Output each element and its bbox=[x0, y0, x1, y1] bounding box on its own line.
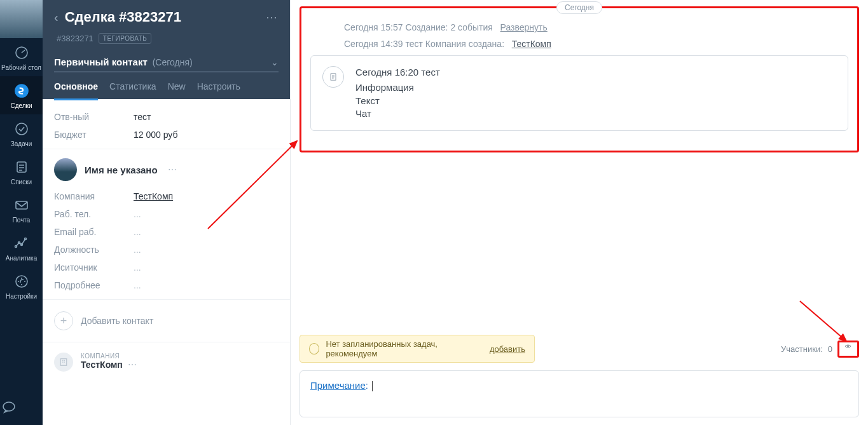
tag-button[interactable]: ТЕГИРОВАТЬ bbox=[99, 33, 152, 44]
field-position: Должность ... bbox=[54, 241, 279, 259]
company-badge-label: КОМПАНИЯ bbox=[81, 353, 138, 360]
nav-mail[interactable]: Почта bbox=[0, 191, 43, 229]
text-caret bbox=[372, 381, 373, 391]
nav-rail: Рабочий стол Сделки Задачи Списки Почта … bbox=[0, 0, 43, 425]
tab-configure[interactable]: Настроить bbox=[197, 81, 240, 99]
nav-label: Задачи bbox=[11, 140, 32, 147]
svg-rect-11 bbox=[60, 359, 66, 366]
note-body: Сегодня 16:20 тест Информация Текст Чат bbox=[355, 66, 440, 120]
add-task-link[interactable]: добавить bbox=[490, 344, 525, 354]
feed-event-create: Сегодня 15:57 Создание: 2 события Развер… bbox=[344, 22, 850, 32]
clock-icon bbox=[309, 343, 319, 354]
chat-icon bbox=[0, 398, 18, 416]
eye-icon[interactable] bbox=[837, 341, 859, 358]
nav-deals[interactable]: Сделки bbox=[0, 76, 43, 114]
note-icon bbox=[322, 66, 344, 88]
stage-selector[interactable]: Первичный контакт (Сегодня) ⌄ bbox=[54, 57, 279, 72]
deals-icon bbox=[13, 82, 31, 100]
nav-label: Сделки bbox=[10, 102, 32, 109]
no-tasks-banner: Нет запланированных задач, рекомендуем д… bbox=[300, 335, 535, 363]
deal-title: Сделка #3823271 bbox=[65, 9, 259, 25]
feed-event-company: Сегодня 14:39 тест Компания создана: Тес… bbox=[344, 39, 850, 49]
stage-sub: (Сегодня) bbox=[153, 57, 193, 67]
dashboard-icon bbox=[13, 44, 31, 62]
contact-name[interactable]: Имя не указано bbox=[85, 165, 158, 175]
nav-analytics[interactable]: Аналитика bbox=[0, 229, 43, 267]
nav-dashboard[interactable]: Рабочий стол bbox=[0, 38, 43, 76]
field-phone: Раб. тел. ... bbox=[54, 205, 279, 223]
activity-feed: Сегодня Сегодня 15:57 Создание: 2 событи… bbox=[291, 0, 868, 425]
chevron-down-icon: ⌄ bbox=[271, 57, 279, 67]
nav-lists[interactable]: Списки bbox=[0, 152, 43, 191]
nav-settings[interactable]: Настройки bbox=[0, 267, 43, 305]
participants: Участники: 0 bbox=[781, 341, 859, 358]
company-block: КОМПАНИЯ ТестКомп ⋯ bbox=[43, 342, 290, 373]
contact-block: Имя не указано ⋯ Компания ТестКомп Раб. … bbox=[43, 149, 290, 300]
back-chevron-icon[interactable]: ‹ bbox=[54, 10, 59, 25]
deal-fields: Отв-ный тест Бюджет 12 000 руб bbox=[43, 99, 290, 149]
lists-icon bbox=[13, 158, 31, 176]
expand-link[interactable]: Развернуть bbox=[500, 22, 548, 32]
svg-point-9 bbox=[16, 276, 27, 287]
field-responsible: Отв-ный тест bbox=[54, 108, 279, 126]
deal-id: #3823271 bbox=[57, 34, 93, 43]
svg-rect-4 bbox=[16, 201, 27, 209]
company-name[interactable]: ТестКомп bbox=[81, 360, 123, 370]
nav-tasks[interactable]: Задачи bbox=[0, 114, 43, 152]
nav-label: Настройки bbox=[6, 293, 37, 300]
nav-label: Рабочий стол bbox=[1, 64, 41, 71]
tab-new[interactable]: New bbox=[168, 81, 186, 99]
day-pill: Сегодня bbox=[556, 1, 602, 14]
field-more: Подробнее ... bbox=[54, 276, 279, 294]
deal-panel: ‹ Сделка #3823271 ⋯ #3823271 ТЕГИРОВАТЬ … bbox=[43, 0, 291, 425]
stage-label: Первичный контакт bbox=[54, 57, 148, 67]
contact-more-icon[interactable]: ⋯ bbox=[168, 165, 178, 175]
tab-stats[interactable]: Статистика bbox=[109, 81, 156, 99]
plus-icon: + bbox=[54, 311, 73, 330]
deal-header: ‹ Сделка #3823271 ⋯ #3823271 ТЕГИРОВАТЬ … bbox=[43, 0, 290, 99]
field-source: Иситочник ... bbox=[54, 259, 279, 276]
svg-point-15 bbox=[847, 345, 848, 346]
analytics-icon bbox=[13, 234, 31, 252]
tasks-icon bbox=[13, 120, 31, 138]
note-editor-label[interactable]: Примечание bbox=[310, 380, 366, 391]
note-editor[interactable]: Примечание: bbox=[300, 370, 859, 417]
add-contact-button[interactable]: + Добавить контакт bbox=[43, 300, 290, 342]
svg-point-2 bbox=[16, 123, 27, 135]
nav-label: Списки bbox=[11, 179, 32, 186]
company-link[interactable]: ТестКомп bbox=[512, 39, 551, 49]
deal-more-icon[interactable]: ⋯ bbox=[266, 10, 279, 24]
avatar bbox=[54, 158, 77, 181]
field-company: Компания ТестКомп bbox=[54, 187, 279, 205]
nav-label: Аналитика bbox=[6, 255, 38, 262]
mail-icon bbox=[13, 196, 31, 214]
field-email: Email раб. ... bbox=[54, 223, 279, 241]
feed-note-card[interactable]: Сегодня 16:20 тест Информация Текст Чат bbox=[310, 55, 848, 131]
company-more-icon[interactable]: ⋯ bbox=[128, 360, 138, 370]
annotation-highlight-feed: Сегодня Сегодня 15:57 Создание: 2 событи… bbox=[300, 6, 859, 152]
tab-main[interactable]: Основное bbox=[54, 81, 98, 99]
deal-tabs: Основное Статистика New Настроить bbox=[54, 81, 279, 99]
workspace-hero-image bbox=[0, 0, 43, 38]
company-icon bbox=[54, 353, 73, 372]
nav-chat[interactable] bbox=[0, 389, 43, 425]
nav-label: Почта bbox=[13, 217, 31, 224]
settings-icon bbox=[13, 273, 31, 290]
field-budget: Бюджет 12 000 руб bbox=[54, 126, 279, 144]
